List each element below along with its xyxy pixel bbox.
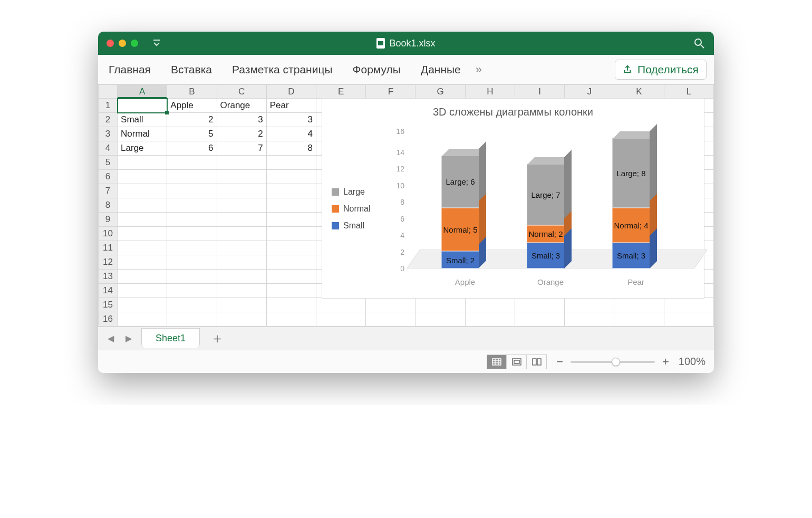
cell[interactable] bbox=[266, 284, 316, 298]
column-header[interactable]: G bbox=[415, 85, 465, 99]
cell[interactable] bbox=[118, 198, 167, 213]
sheet-nav-next[interactable]: ▶ bbox=[123, 331, 134, 346]
cell[interactable] bbox=[217, 270, 266, 284]
column-header[interactable]: K bbox=[614, 85, 664, 99]
column-header[interactable]: A bbox=[118, 85, 167, 99]
cell[interactable]: Pear bbox=[266, 99, 316, 113]
cell[interactable] bbox=[217, 255, 266, 270]
embedded-chart[interactable]: 3D сложены диаграммы колонки Large Norma… bbox=[322, 98, 704, 299]
cell[interactable] bbox=[167, 284, 217, 298]
zoom-window-button[interactable] bbox=[131, 40, 138, 47]
cell[interactable] bbox=[118, 213, 167, 227]
view-normal-button[interactable] bbox=[487, 354, 507, 369]
cell[interactable] bbox=[565, 298, 614, 312]
row-header[interactable]: 14 bbox=[99, 284, 118, 298]
search-icon[interactable] bbox=[694, 38, 704, 49]
cell[interactable] bbox=[118, 227, 167, 241]
row-header[interactable]: 3 bbox=[99, 127, 118, 141]
cell[interactable]: 5 bbox=[167, 127, 217, 141]
cell[interactable] bbox=[266, 241, 316, 255]
cell[interactable] bbox=[266, 184, 316, 198]
cell[interactable] bbox=[266, 156, 316, 170]
row-header[interactable]: 7 bbox=[99, 184, 118, 198]
view-page-break-button[interactable] bbox=[527, 354, 547, 369]
tab-home[interactable]: Главная bbox=[105, 60, 154, 79]
zoom-slider-thumb[interactable] bbox=[612, 358, 620, 366]
column-header[interactable]: F bbox=[366, 85, 415, 99]
cell[interactable] bbox=[266, 270, 316, 284]
view-page-layout-button[interactable] bbox=[507, 354, 527, 369]
cell[interactable] bbox=[167, 170, 217, 184]
close-window-button[interactable] bbox=[107, 40, 114, 47]
cell[interactable] bbox=[217, 298, 266, 312]
cell[interactable] bbox=[465, 298, 515, 312]
minimize-window-button[interactable] bbox=[119, 40, 126, 47]
sheet-tab-active[interactable]: Sheet1 bbox=[141, 328, 200, 348]
cell[interactable] bbox=[118, 255, 167, 270]
select-all-corner[interactable] bbox=[99, 85, 118, 99]
cell[interactable] bbox=[366, 312, 415, 327]
cell[interactable]: 2 bbox=[167, 113, 217, 127]
row-header[interactable]: 16 bbox=[99, 312, 118, 327]
cell[interactable] bbox=[118, 241, 167, 255]
cell[interactable] bbox=[664, 298, 713, 312]
add-sheet-button[interactable]: ＋ bbox=[207, 329, 227, 348]
zoom-out-button[interactable]: − bbox=[556, 355, 563, 369]
row-header[interactable]: 9 bbox=[99, 213, 118, 227]
cell[interactable]: Small bbox=[118, 113, 167, 127]
cell[interactable]: 7 bbox=[217, 141, 266, 156]
cell[interactable] bbox=[266, 198, 316, 213]
cell[interactable] bbox=[565, 312, 614, 327]
cell[interactable] bbox=[167, 298, 217, 312]
cell[interactable] bbox=[415, 298, 465, 312]
cell[interactable] bbox=[118, 184, 167, 198]
cell[interactable] bbox=[217, 312, 266, 327]
quick-access-toolbar-customize[interactable] bbox=[153, 39, 160, 48]
cell[interactable] bbox=[316, 312, 366, 327]
cell[interactable]: 6 bbox=[167, 141, 217, 156]
cell[interactable] bbox=[664, 312, 713, 327]
cell[interactable]: 4 bbox=[266, 127, 316, 141]
row-header[interactable]: 4 bbox=[99, 141, 118, 156]
cell[interactable] bbox=[167, 312, 217, 327]
cell[interactable]: 3 bbox=[266, 113, 316, 127]
column-header[interactable]: L bbox=[664, 85, 713, 99]
cell[interactable] bbox=[366, 298, 415, 312]
cell[interactable] bbox=[217, 156, 266, 170]
cell[interactable] bbox=[465, 312, 515, 327]
column-header[interactable]: D bbox=[266, 85, 316, 99]
cell[interactable] bbox=[118, 99, 167, 113]
row-header[interactable]: 13 bbox=[99, 270, 118, 284]
cell[interactable] bbox=[167, 270, 217, 284]
cell[interactable] bbox=[118, 284, 167, 298]
row-header[interactable]: 2 bbox=[99, 113, 118, 127]
cell[interactable] bbox=[266, 213, 316, 227]
tab-page-layout[interactable]: Разметка страницы bbox=[229, 60, 336, 79]
cell[interactable] bbox=[614, 312, 664, 327]
cell[interactable]: 2 bbox=[217, 127, 266, 141]
cell[interactable] bbox=[118, 298, 167, 312]
zoom-level-label[interactable]: 100% bbox=[679, 356, 705, 368]
cell[interactable] bbox=[217, 170, 266, 184]
cell[interactable] bbox=[415, 312, 465, 327]
tab-data[interactable]: Данные bbox=[418, 60, 464, 79]
cell[interactable] bbox=[118, 270, 167, 284]
cell[interactable]: Normal bbox=[118, 127, 167, 141]
cell[interactable] bbox=[217, 184, 266, 198]
cell[interactable] bbox=[217, 227, 266, 241]
cell[interactable] bbox=[167, 156, 217, 170]
row-header[interactable]: 6 bbox=[99, 170, 118, 184]
cell[interactable] bbox=[167, 198, 217, 213]
column-header[interactable]: E bbox=[316, 85, 366, 99]
cell[interactable]: Large bbox=[118, 141, 167, 156]
ribbon-more-tabs[interactable]: » bbox=[476, 63, 482, 76]
share-button[interactable]: Поделиться bbox=[615, 60, 707, 80]
cell[interactable] bbox=[266, 227, 316, 241]
row-header[interactable]: 1 bbox=[99, 99, 118, 113]
row-header[interactable]: 10 bbox=[99, 227, 118, 241]
zoom-slider-track[interactable] bbox=[571, 361, 655, 363]
cell[interactable] bbox=[614, 298, 664, 312]
row-header[interactable]: 15 bbox=[99, 298, 118, 312]
column-header[interactable]: J bbox=[565, 85, 614, 99]
cell[interactable] bbox=[167, 227, 217, 241]
